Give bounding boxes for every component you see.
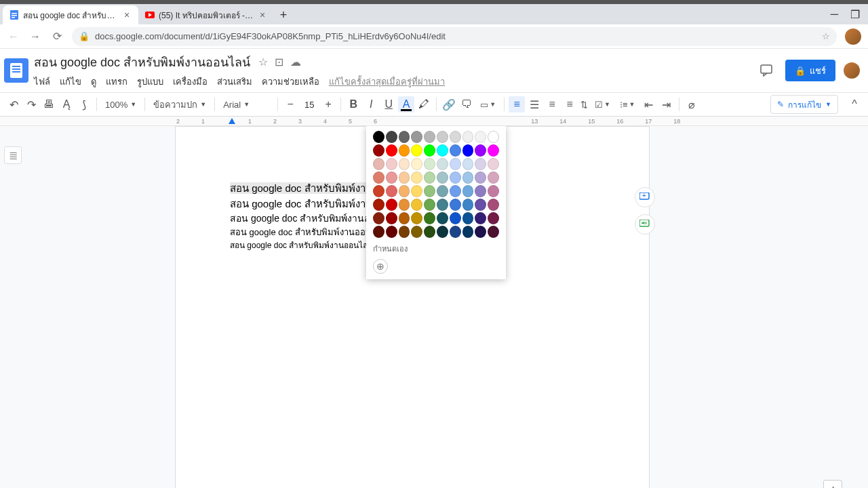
color-swatch[interactable] — [450, 171, 461, 184]
color-swatch[interactable] — [386, 212, 397, 224]
user-avatar[interactable] — [844, 62, 860, 79]
menu-view[interactable]: ดู — [91, 75, 96, 89]
menu-format[interactable]: รูปแบบ — [137, 75, 163, 89]
color-swatch[interactable] — [386, 131, 397, 143]
color-swatch[interactable] — [488, 131, 499, 143]
color-swatch[interactable] — [437, 158, 448, 170]
color-swatch[interactable] — [424, 171, 435, 184]
color-swatch[interactable] — [399, 158, 410, 170]
checklist-dropdown[interactable]: ☑▼ — [591, 96, 614, 113]
color-swatch[interactable] — [475, 199, 486, 211]
color-swatch[interactable] — [373, 185, 384, 197]
color-swatch[interactable] — [437, 144, 448, 157]
indent-marker[interactable] — [229, 118, 235, 124]
color-swatch[interactable] — [437, 185, 448, 197]
color-swatch[interactable] — [386, 144, 397, 157]
color-swatch[interactable] — [488, 185, 499, 197]
color-swatch[interactable] — [424, 199, 435, 211]
color-swatch[interactable] — [411, 199, 422, 211]
image-dropdown[interactable]: ▭▼ — [476, 96, 500, 113]
zoom-dropdown[interactable]: 100%▼ — [101, 96, 140, 113]
color-swatch[interactable] — [424, 144, 435, 157]
color-swatch[interactable] — [386, 199, 397, 211]
color-swatch[interactable] — [424, 131, 435, 143]
color-swatch[interactable] — [437, 131, 448, 143]
color-swatch[interactable] — [462, 158, 474, 170]
document-title[interactable]: สอน google doc สำหรับพิมพ์งานออนไลน์ — [34, 52, 250, 72]
color-swatch[interactable] — [424, 185, 435, 197]
color-swatch[interactable] — [399, 212, 410, 224]
color-swatch[interactable] — [450, 158, 461, 170]
line-spacing-dropdown[interactable]: ⇅ — [579, 96, 589, 113]
color-swatch[interactable] — [399, 171, 410, 184]
color-swatch[interactable] — [411, 131, 422, 143]
suggest-edits-button[interactable] — [635, 214, 655, 235]
color-swatch[interactable] — [488, 144, 499, 157]
menu-tools[interactable]: เครื่องมือ — [173, 75, 208, 89]
color-swatch[interactable] — [411, 212, 422, 224]
back-button[interactable]: ← — [7, 30, 20, 43]
color-swatch[interactable] — [399, 226, 410, 238]
color-swatch[interactable] — [475, 131, 486, 143]
color-swatch[interactable] — [475, 144, 486, 157]
color-swatch[interactable] — [373, 144, 384, 157]
color-swatch[interactable] — [462, 144, 474, 157]
print-button[interactable]: 🖶 — [41, 96, 57, 113]
color-swatch[interactable] — [462, 212, 474, 224]
color-swatch[interactable] — [437, 171, 448, 184]
color-swatch[interactable] — [411, 144, 422, 157]
color-swatch[interactable] — [411, 171, 422, 184]
italic-button[interactable]: I — [363, 96, 379, 113]
color-swatch[interactable] — [475, 185, 486, 197]
collapse-toolbar-button[interactable]: ^ — [846, 96, 863, 113]
docs-logo[interactable] — [4, 58, 28, 83]
close-tab-icon[interactable]: × — [122, 10, 132, 20]
paint-format-button[interactable]: ⟆ — [76, 96, 92, 113]
editing-mode-dropdown[interactable]: ✎ การแก้ไข ▼ — [770, 95, 838, 114]
color-swatch[interactable] — [386, 226, 397, 238]
color-swatch[interactable] — [411, 226, 422, 238]
color-swatch[interactable] — [462, 131, 474, 143]
move-icon[interactable]: ⊡ — [275, 56, 283, 68]
color-swatch[interactable] — [424, 212, 435, 224]
align-left-button[interactable]: ≡ — [509, 96, 525, 113]
menu-addons[interactable]: ส่วนเสริม — [217, 75, 252, 89]
color-swatch[interactable] — [462, 185, 474, 197]
bullet-list-dropdown[interactable]: ⁝≡▼ — [616, 96, 639, 113]
color-swatch[interactable] — [399, 199, 410, 211]
color-swatch[interactable] — [437, 226, 448, 238]
color-swatch[interactable] — [450, 131, 461, 143]
font-size-input[interactable] — [300, 100, 319, 110]
ruler[interactable]: 21123456 131415161718 — [0, 117, 868, 126]
color-swatch[interactable] — [386, 171, 397, 184]
clear-format-button[interactable]: ⌀ — [684, 96, 700, 113]
align-right-button[interactable]: ≡ — [544, 96, 560, 113]
menu-edit[interactable]: แก้ไข — [60, 75, 81, 89]
tab-1[interactable]: (55) It ทริปคอมพิวเตอร์ - YouTube × — [138, 5, 274, 24]
color-swatch[interactable] — [424, 158, 435, 170]
add-custom-color-button[interactable]: ⊕ — [373, 259, 388, 274]
align-justify-button[interactable]: ≡ — [561, 96, 578, 113]
profile-avatar[interactable] — [845, 28, 861, 45]
star-icon[interactable]: ☆ — [258, 56, 268, 68]
color-swatch[interactable] — [475, 212, 486, 224]
font-size-minus[interactable]: − — [282, 96, 298, 113]
color-swatch[interactable] — [488, 171, 499, 184]
text-color-button[interactable]: A — [398, 96, 414, 113]
color-swatch[interactable] — [373, 199, 384, 211]
color-swatch[interactable] — [386, 185, 397, 197]
color-swatch[interactable] — [450, 226, 461, 238]
color-swatch[interactable] — [462, 226, 474, 238]
color-swatch[interactable] — [386, 158, 397, 170]
reload-button[interactable]: ⟳ — [50, 30, 64, 43]
color-swatch[interactable] — [475, 226, 486, 238]
color-swatch[interactable] — [462, 199, 474, 211]
font-size-plus[interactable]: + — [320, 96, 336, 113]
forward-button[interactable]: → — [28, 30, 42, 43]
highlight-button[interactable]: 🖍 — [416, 96, 432, 113]
indent-increase-button[interactable]: ⇥ — [658, 96, 675, 113]
redo-button[interactable]: ↷ — [23, 96, 39, 113]
bold-button[interactable]: B — [345, 96, 361, 113]
color-swatch[interactable] — [450, 144, 461, 157]
maximize-icon[interactable]: ❐ — [850, 8, 860, 21]
